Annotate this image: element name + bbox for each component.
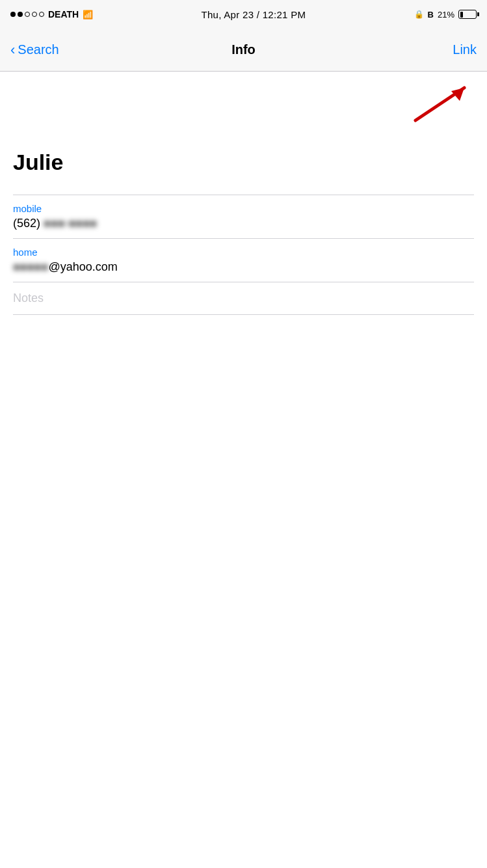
fields-group: mobile (562) ●●●‑●●●● home ●●●●●@yahoo.c… bbox=[13, 195, 474, 315]
notes-field[interactable]: Notes bbox=[13, 282, 474, 315]
signal-dot-5 bbox=[39, 12, 44, 17]
phone-prefix: (562) bbox=[13, 217, 44, 230]
content-area: mobile (562) ●●●‑●●●● home ●●●●●@yahoo.c… bbox=[0, 195, 487, 315]
arrow-annotation bbox=[0, 72, 487, 124]
contact-name: Julie bbox=[13, 137, 474, 195]
mobile-field[interactable]: mobile (562) ●●●‑●●●● bbox=[13, 195, 474, 239]
link-button[interactable]: Link bbox=[412, 42, 477, 57]
status-left: DEATH 📶 bbox=[10, 9, 93, 20]
signal-dot-2 bbox=[18, 12, 23, 17]
email-blurred: ●●●●● bbox=[13, 260, 48, 274]
signal-dot-1 bbox=[10, 12, 16, 17]
signal-strength bbox=[10, 12, 44, 17]
red-arrow-icon bbox=[402, 78, 480, 126]
mobile-label: mobile bbox=[13, 203, 474, 214]
battery-icon bbox=[458, 10, 477, 19]
status-time: Thu, Apr 23 / 12:21 PM bbox=[201, 9, 306, 20]
contact-section: Julie bbox=[0, 124, 487, 195]
email-value: ●●●●●@yahoo.com bbox=[13, 260, 474, 274]
mobile-value: (562) ●●●‑●●●● bbox=[13, 217, 474, 230]
back-chevron-icon: ‹ bbox=[10, 43, 15, 57]
battery-percentage: 21% bbox=[438, 10, 454, 20]
status-right: 🔒 B 21% bbox=[414, 10, 477, 20]
bluetooth-icon: B bbox=[428, 10, 434, 20]
page-title: Info bbox=[75, 42, 412, 57]
home-label: home bbox=[13, 247, 474, 258]
back-label: Search bbox=[18, 42, 59, 57]
email-domain: @yahoo.com bbox=[48, 260, 117, 273]
battery-fill bbox=[460, 12, 464, 18]
wifi-icon: 📶 bbox=[83, 10, 93, 20]
battery-indicator bbox=[458, 10, 477, 19]
lock-icon: 🔒 bbox=[414, 10, 424, 19]
status-bar: DEATH 📶 Thu, Apr 23 / 12:21 PM 🔒 B 21% bbox=[0, 0, 487, 29]
signal-dot-4 bbox=[32, 12, 37, 17]
signal-dot-3 bbox=[25, 12, 30, 17]
home-field[interactable]: home ●●●●●@yahoo.com bbox=[13, 239, 474, 282]
navigation-bar: ‹ Search Info Link bbox=[0, 29, 487, 72]
carrier-name: DEATH bbox=[48, 9, 79, 20]
back-button[interactable]: ‹ Search bbox=[10, 42, 75, 57]
phone-blurred: ●●●‑●●●● bbox=[44, 217, 97, 230]
